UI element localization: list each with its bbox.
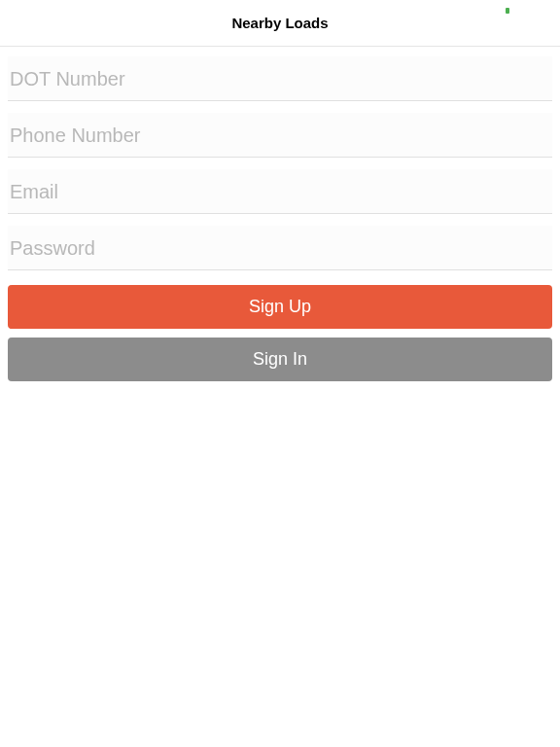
dot-number-input[interactable] <box>8 56 552 101</box>
signup-button[interactable]: Sign Up <box>8 285 552 329</box>
signin-button[interactable]: Sign In <box>8 338 552 381</box>
phone-number-input[interactable] <box>8 113 552 158</box>
signup-form: Sign Up Sign In <box>0 47 560 381</box>
email-input[interactable] <box>8 169 552 214</box>
header-bar: Nearby Loads <box>0 0 560 47</box>
password-input[interactable] <box>8 226 552 270</box>
battery-indicator <box>506 8 509 14</box>
page-title: Nearby Loads <box>231 15 328 31</box>
